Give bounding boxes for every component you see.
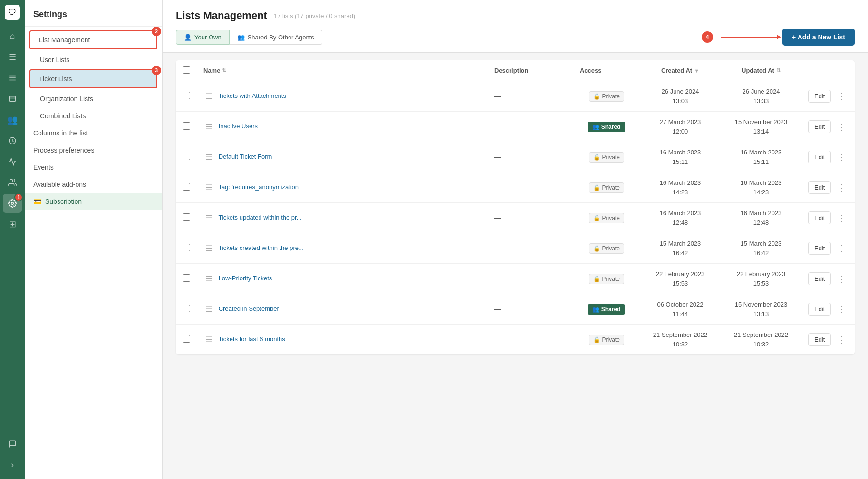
select-all-checkbox[interactable] bbox=[183, 66, 190, 74]
edit-button[interactable]: Edit bbox=[808, 333, 831, 346]
sidebar-item-events[interactable]: Events bbox=[25, 159, 162, 176]
list-name-link[interactable]: Tickets created within the pre... bbox=[218, 244, 303, 251]
row-checkbox-7[interactable] bbox=[183, 305, 190, 312]
edit-button[interactable]: Edit bbox=[808, 303, 831, 316]
more-options-button[interactable]: ⋮ bbox=[836, 121, 848, 133]
list-access: 🔒 Private bbox=[573, 325, 640, 355]
sidebar-item-process-preferences[interactable]: Process preferences bbox=[25, 142, 162, 159]
list-name-link[interactable]: Low-Priority Tickets bbox=[219, 275, 272, 282]
edit-button[interactable]: Edit bbox=[808, 181, 831, 194]
name-column-header[interactable]: Name ⇅ bbox=[203, 67, 481, 74]
created-sort-icon: ▼ bbox=[694, 68, 699, 74]
list-name-link[interactable]: Inactive Users bbox=[219, 123, 258, 130]
tab-your-own[interactable]: 👤 Your Own bbox=[176, 30, 230, 45]
list-access: 🔒 Private bbox=[573, 203, 640, 233]
edit-button[interactable]: Edit bbox=[808, 151, 831, 163]
sidebar-item-label: User Lists bbox=[40, 56, 69, 64]
edit-button[interactable]: Edit bbox=[808, 242, 831, 255]
list-updated-at: 16 March 202312:48 bbox=[727, 209, 795, 227]
more-options-button[interactable]: ⋮ bbox=[836, 212, 848, 224]
row-checkbox-2[interactable] bbox=[183, 153, 190, 160]
home-icon[interactable]: ⌂ bbox=[3, 27, 22, 46]
subscription-icon: 💳 bbox=[33, 198, 41, 205]
private-badge: 🔒 Private bbox=[589, 152, 624, 163]
list-row-icon: ☰ bbox=[203, 274, 214, 284]
row-checkbox-0[interactable] bbox=[183, 92, 190, 99]
private-badge: 🔒 Private bbox=[589, 91, 624, 102]
list-name-link[interactable]: Created in September bbox=[219, 305, 279, 312]
list-access: 🔒 Private bbox=[573, 233, 640, 264]
sidebar-item-user-lists[interactable]: User Lists bbox=[25, 51, 162, 68]
list-description: — bbox=[488, 233, 573, 264]
list-row-icon: ☰ bbox=[203, 182, 214, 193]
list-updated-at: 16 March 202314:23 bbox=[727, 178, 795, 197]
sidebar-item-combined-lists[interactable]: Combined Lists bbox=[25, 107, 162, 125]
svg-point-6 bbox=[10, 179, 13, 182]
ticket-icon[interactable] bbox=[3, 89, 22, 108]
sidebar-ticket-lists-badge: 3 bbox=[152, 66, 161, 75]
clock-icon[interactable] bbox=[3, 131, 22, 150]
sidebar-item-subscription[interactable]: 💳 Subscription bbox=[25, 193, 162, 210]
your-own-icon: 👤 bbox=[184, 34, 192, 41]
tasks-icon[interactable] bbox=[3, 68, 22, 87]
list-name-link[interactable]: Tickets with Attachments bbox=[218, 92, 286, 99]
sidebar-item-label: Ticket Lists bbox=[39, 75, 72, 83]
more-options-button[interactable]: ⋮ bbox=[836, 90, 848, 103]
page-title: Lists Management bbox=[176, 10, 267, 22]
more-options-button[interactable]: ⋮ bbox=[836, 151, 848, 163]
edit-button[interactable]: Edit bbox=[808, 90, 831, 103]
grid-icon[interactable]: ⊞ bbox=[3, 215, 22, 234]
created-at-column-header[interactable]: Created At ▼ bbox=[646, 67, 714, 74]
list-name-link[interactable]: Tickets updated within the pr... bbox=[218, 214, 301, 221]
more-options-button[interactable]: ⋮ bbox=[836, 334, 848, 346]
list-updated-at: 21 September 202210:32 bbox=[727, 330, 795, 349]
list-name-link[interactable]: Tag: 'requires_anonymization' bbox=[218, 183, 299, 191]
updated-sort-icon: ⇅ bbox=[776, 67, 781, 74]
more-options-button[interactable]: ⋮ bbox=[836, 182, 848, 194]
settings-icon[interactable]: 1 bbox=[3, 194, 22, 213]
add-new-list-button[interactable]: + Add a New List bbox=[782, 29, 855, 46]
more-options-button[interactable]: ⋮ bbox=[836, 303, 848, 316]
main-header: Lists Management 17 lists (17 private / … bbox=[163, 0, 868, 53]
row-checkbox-6[interactable] bbox=[183, 274, 190, 282]
updated-at-column-header[interactable]: Updated At ⇅ bbox=[727, 67, 795, 74]
list-name-link[interactable]: Default Ticket Form bbox=[219, 153, 272, 160]
row-checkbox-8[interactable] bbox=[183, 335, 190, 343]
list-description: — bbox=[488, 294, 573, 325]
list-access: 👥 Shared bbox=[573, 294, 640, 325]
sidebar-item-organization-lists[interactable]: Organization Lists bbox=[25, 90, 162, 107]
edit-button[interactable]: Edit bbox=[808, 272, 831, 285]
list-updated-at: 26 June 202413:33 bbox=[727, 87, 795, 105]
more-options-button[interactable]: ⋮ bbox=[836, 273, 848, 285]
table-row: ☰ Created in September — 👥 Shared 06 Oct… bbox=[176, 294, 855, 325]
more-options-button[interactable]: ⋮ bbox=[836, 242, 848, 255]
sidebar-item-ticket-lists[interactable]: Ticket Lists 3 bbox=[29, 69, 157, 88]
tab-shared-other-agents[interactable]: 👥 Shared By Other Agents bbox=[230, 30, 322, 45]
table-row: ☰ Low-Priority Tickets — 🔒 Private 22 Fe… bbox=[176, 264, 855, 294]
expand-icon[interactable]: › bbox=[3, 455, 22, 474]
chart-icon[interactable] bbox=[3, 152, 22, 171]
list-description: — bbox=[488, 203, 573, 233]
users-icon[interactable]: 👥 bbox=[3, 110, 22, 129]
edit-button[interactable]: Edit bbox=[808, 120, 831, 133]
edit-button[interactable]: Edit bbox=[808, 211, 831, 224]
row-checkbox-1[interactable] bbox=[183, 122, 190, 130]
list-created-at: 27 March 202312:00 bbox=[646, 117, 714, 136]
row-checkbox-5[interactable] bbox=[183, 244, 190, 251]
tab-shared-label: Shared By Other Agents bbox=[248, 34, 314, 41]
tab-your-own-label: Your Own bbox=[194, 34, 222, 41]
row-checkbox-4[interactable] bbox=[183, 213, 190, 221]
row-checkbox-3[interactable] bbox=[183, 183, 190, 191]
menu-icon[interactable]: ☰ bbox=[3, 48, 22, 67]
list-name-link[interactable]: Tickets for last 6 months bbox=[218, 335, 285, 343]
name-sort-icon: ⇅ bbox=[222, 67, 226, 74]
sidebar-item-list-management[interactable]: List Management 2 bbox=[29, 30, 157, 49]
sidebar-item-columns[interactable]: Columns in the list bbox=[25, 125, 162, 142]
lists-table: Name ⇅ Description Access Created At ▼ bbox=[176, 60, 855, 354]
list-count: 17 lists (17 private / 0 shared) bbox=[274, 12, 355, 19]
people-icon[interactable] bbox=[3, 173, 22, 192]
sidebar-item-available-addons[interactable]: Available add-ons bbox=[25, 176, 162, 193]
sidebar-item-label: Subscription bbox=[45, 198, 82, 205]
table-row: ☰ Tickets updated within the pr... — 🔒 P… bbox=[176, 203, 855, 233]
chat-icon[interactable] bbox=[3, 434, 22, 453]
